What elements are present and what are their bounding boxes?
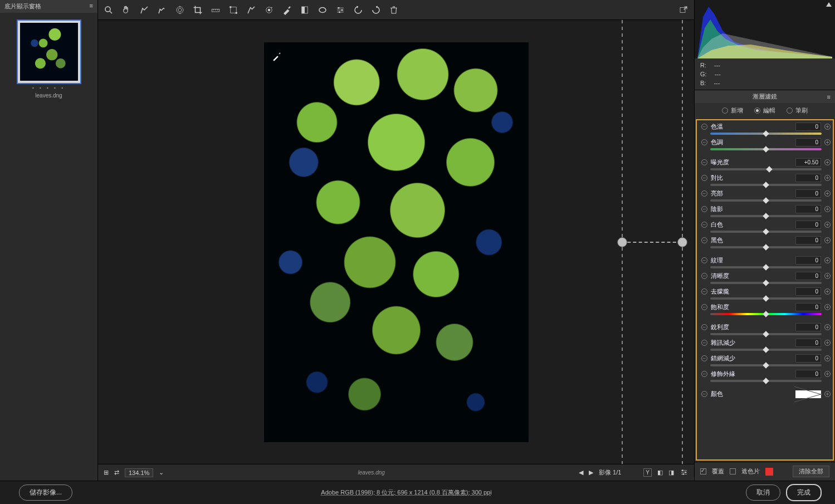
color-swatch[interactable]	[795, 390, 821, 398]
blacks-value[interactable]: 0	[795, 236, 821, 244]
preferences-icon[interactable]	[335, 5, 345, 15]
noise-value[interactable]: 0	[795, 339, 821, 347]
crop-icon[interactable]	[193, 5, 203, 15]
blacks-minus[interactable]: −	[701, 237, 707, 243]
canvas-area[interactable]	[98, 20, 694, 464]
sharpness-track[interactable]	[710, 333, 822, 335]
mask-checkbox[interactable]	[730, 468, 736, 474]
contrast-minus[interactable]: −	[701, 175, 707, 181]
texture-value[interactable]: 0	[795, 256, 821, 265]
shadows-plus[interactable]: +	[824, 206, 831, 212]
whites-track[interactable]	[710, 231, 822, 233]
white-balance-icon[interactable]	[139, 5, 149, 15]
texture-track[interactable]	[710, 266, 822, 268]
thumbnail-rating[interactable]: • • • • •	[18, 85, 80, 90]
grad-handle-start[interactable]	[617, 237, 627, 247]
swap-view-icon[interactable]: ⇄	[114, 469, 119, 476]
whites-plus[interactable]: +	[824, 222, 831, 228]
temp-track[interactable]	[710, 133, 822, 135]
defringe-value[interactable]: 0	[795, 370, 821, 378]
temp-minus[interactable]: −	[701, 124, 707, 130]
zoom-dropdown-icon[interactable]: ⌄	[159, 469, 164, 476]
defringe-plus[interactable]: +	[824, 371, 831, 377]
targeted-adjust-icon[interactable]	[175, 5, 185, 15]
highlights-track[interactable]	[710, 199, 822, 202]
blacks-plus[interactable]: +	[824, 237, 831, 243]
transform-icon[interactable]	[228, 5, 238, 15]
noise-minus[interactable]: −	[701, 340, 707, 346]
prev-image-icon[interactable]: ◀	[579, 469, 583, 476]
adjustment-brush-icon[interactable]	[282, 5, 292, 15]
red-eye-icon[interactable]: +	[264, 5, 274, 15]
texture-plus[interactable]: +	[824, 257, 831, 263]
shadows-value[interactable]: 0	[795, 205, 821, 213]
temp-plus[interactable]: +	[824, 124, 831, 130]
mode-new[interactable]: 新增	[722, 106, 743, 115]
thumbnail-image[interactable]	[18, 21, 80, 83]
tint-track[interactable]	[710, 148, 822, 150]
image-metadata[interactable]: Adobe RGB (1998); 8 位元; 696 x 1214 (0.8 …	[72, 488, 740, 497]
clarity-minus[interactable]: −	[701, 273, 707, 279]
grid-view-icon[interactable]: ⊞	[104, 469, 109, 476]
mode-brush[interactable]: 筆刷	[787, 106, 808, 115]
radial-filter-icon[interactable]	[318, 5, 328, 15]
noise-plus[interactable]: +	[824, 340, 831, 346]
cancel-button[interactable]: 取消	[746, 485, 780, 501]
grad-axis[interactable]	[622, 242, 682, 243]
exposure-minus[interactable]: −	[701, 159, 707, 165]
saturation-plus[interactable]: +	[824, 304, 831, 310]
zoom-icon[interactable]	[104, 5, 114, 15]
noise-track[interactable]	[710, 349, 822, 351]
color-minus[interactable]: −	[701, 391, 707, 397]
grad-handle-end[interactable]	[677, 237, 687, 247]
whites-value[interactable]: 0	[795, 221, 821, 229]
hand-icon[interactable]	[121, 5, 131, 15]
highlights-value[interactable]: 0	[795, 189, 821, 198]
dehaze-track[interactable]	[710, 297, 822, 300]
texture-minus[interactable]: −	[701, 257, 707, 263]
zoom-value[interactable]: 134.1%	[125, 468, 153, 477]
shadows-track[interactable]	[710, 215, 822, 217]
contrast-track[interactable]	[710, 184, 822, 186]
contrast-value[interactable]: 0	[795, 174, 821, 182]
highlight-clip-icon[interactable]: ◨	[668, 469, 674, 476]
filmstrip-menu-icon[interactable]: ≡	[90, 2, 93, 11]
saturation-value[interactable]: 0	[795, 303, 821, 311]
moire-value[interactable]: 0	[795, 354, 821, 363]
tint-value[interactable]: 0	[795, 138, 821, 146]
dehaze-value[interactable]: 0	[795, 287, 821, 296]
clarity-value[interactable]: 0	[795, 272, 821, 280]
saturation-track[interactable]	[710, 313, 822, 315]
moire-track[interactable]	[710, 364, 822, 366]
dehaze-minus[interactable]: −	[701, 288, 707, 295]
before-after-icon[interactable]: Y	[643, 468, 652, 477]
sharpness-value[interactable]: 0	[795, 323, 821, 331]
highlights-plus[interactable]: +	[824, 190, 831, 197]
exposure-track[interactable]	[710, 168, 822, 170]
blacks-track[interactable]	[710, 246, 822, 248]
exposure-value[interactable]: +0.50	[795, 158, 821, 167]
temp-value[interactable]: 0	[795, 123, 821, 131]
whites-minus[interactable]: −	[701, 222, 707, 228]
defringe-track[interactable]	[710, 380, 822, 382]
grad-line-start[interactable]	[622, 20, 623, 464]
save-image-button[interactable]: 儲存影像...	[19, 485, 72, 501]
done-button[interactable]: 完成	[786, 484, 822, 501]
defringe-minus[interactable]: −	[701, 371, 707, 377]
rotate-cw-icon[interactable]	[371, 5, 381, 15]
histogram[interactable]	[695, 0, 835, 58]
next-image-icon[interactable]: ▶	[589, 469, 593, 476]
tint-minus[interactable]: −	[701, 139, 707, 145]
moire-minus[interactable]: −	[701, 355, 707, 361]
open-object-icon[interactable]	[678, 5, 688, 15]
panel-menu-icon[interactable]: ≡	[827, 94, 831, 100]
highlights-minus[interactable]: −	[701, 190, 707, 197]
clarity-track[interactable]	[710, 282, 822, 284]
sharpness-plus[interactable]: +	[824, 324, 831, 330]
color-sampler-icon[interactable]: +	[157, 5, 167, 15]
moire-plus[interactable]: +	[824, 355, 831, 361]
sharpness-minus[interactable]: −	[701, 324, 707, 330]
thumbnail[interactable]: • • • • • leaves.dng	[18, 21, 80, 99]
graduated-filter-icon[interactable]	[300, 5, 310, 15]
trash-icon[interactable]	[389, 5, 399, 15]
